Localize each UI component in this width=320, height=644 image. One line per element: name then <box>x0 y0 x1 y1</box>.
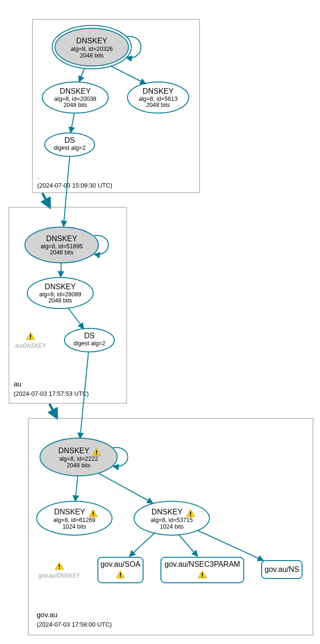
svg-text:gov.au/NS: gov.au/NS <box>264 565 299 573</box>
zone-govau-label: gov.au <box>37 611 57 619</box>
svg-text:alg=8, id=20326: alg=8, id=20326 <box>71 46 113 52</box>
edge-govzsk2-ns <box>198 530 264 561</box>
edge-auzsk-auds <box>68 308 84 329</box>
edge-govzsk2-nsec3 <box>179 535 198 556</box>
svg-text:alg=8, id=2222: alg=8, id=2222 <box>59 456 98 462</box>
zone-au-label: au <box>14 380 22 388</box>
node-gov-ns: gov.au/NS <box>262 561 302 579</box>
svg-text:DS: DS <box>84 332 95 340</box>
svg-text:gov.au/SOA: gov.au/SOA <box>100 560 140 568</box>
zone-au-timestamp: (2024-07-03 17:57:53 UTC) <box>14 390 89 397</box>
node-au-zsk: DNSKEY alg=8, id=28089 2048 bits <box>27 277 93 309</box>
edge-govksk-zsk2 <box>99 473 153 503</box>
svg-text:1024 bits: 1024 bits <box>160 523 184 530</box>
svg-text:DNSKEY: DNSKEY <box>54 508 85 516</box>
warning-icon <box>55 562 64 570</box>
svg-text:gov.au/NSEC3PARAM: gov.au/NSEC3PARAM <box>165 560 240 568</box>
au-dnskey-warning: au/DNSKEY <box>15 332 47 349</box>
node-gov-soa: gov.au/SOA <box>98 557 143 583</box>
svg-text:gov.au/DNSKEY: gov.au/DNSKEY <box>39 572 80 579</box>
svg-text:DNSKEY: DNSKEY <box>46 235 77 243</box>
svg-text:alg=8, id=51895: alg=8, id=51895 <box>40 243 83 250</box>
svg-text:DNSKEY: DNSKEY <box>76 37 107 45</box>
node-root-zsk-5613: DNSKEY alg=8, id=5613 2048 bits <box>128 82 189 113</box>
zone-root-timestamp: (2024-07-03 15:09:30 UTC) <box>37 182 112 189</box>
svg-text:DNSKEY: DNSKEY <box>58 447 89 455</box>
svg-text:2048 bits: 2048 bits <box>50 249 74 256</box>
svg-text:2048 bits: 2048 bits <box>67 462 91 469</box>
svg-text:alg=8, id=5613: alg=8, id=5613 <box>139 96 178 102</box>
svg-text:DNSKEY: DNSKEY <box>152 508 183 516</box>
svg-text:DNSKEY: DNSKEY <box>45 283 76 291</box>
node-gov-ksk: DNSKEY alg=8, id=2222 2048 bits <box>40 438 117 476</box>
edge-delegation-au-govau <box>49 404 57 418</box>
edge-auksk-auzsk <box>61 263 61 277</box>
edge-govzsk2-soa <box>129 532 155 556</box>
svg-text:DNSKEY: DNSKEY <box>143 87 174 95</box>
node-au-ksk: DNSKEY alg=8, id=51895 2048 bits <box>25 227 98 263</box>
svg-text:2048 bits: 2048 bits <box>146 102 170 108</box>
svg-text:au/DNSKEY: au/DNSKEY <box>15 342 47 349</box>
svg-text:DS: DS <box>64 136 75 144</box>
svg-text:2048 bits: 2048 bits <box>64 102 88 108</box>
svg-text:2048 bits: 2048 bits <box>48 297 72 304</box>
svg-text:digest alg=2: digest alg=2 <box>73 340 105 347</box>
svg-text:alg=8, id=20038: alg=8, id=20038 <box>54 96 96 102</box>
zone-govau-timestamp: (2024-07-03 17:58:00 UTC) <box>37 621 112 628</box>
warning-icon <box>26 332 35 340</box>
zone-root-label: . <box>37 172 39 180</box>
edge-rootksk-zsk1 <box>79 68 85 82</box>
edge-rootksk-zsk2 <box>111 66 146 84</box>
svg-text:DNSKEY: DNSKEY <box>60 87 91 95</box>
svg-text:alg=8, id=28089: alg=8, id=28089 <box>39 291 81 298</box>
node-au-ds: DS digest alg=2 <box>64 328 114 352</box>
node-root-ds: DS digest alg=2 <box>45 133 95 156</box>
svg-text:alg=8, id=61269: alg=8, id=61269 <box>53 517 96 523</box>
svg-text:alg=8, id=53715: alg=8, id=53715 <box>151 517 193 523</box>
govau-dnskey-warning: gov.au/DNSKEY <box>39 562 80 579</box>
edge-govksk-zsk1 <box>75 476 78 501</box>
edge-rootzsk1-ds <box>71 113 74 133</box>
svg-text:digest alg=2: digest alg=2 <box>54 145 86 151</box>
node-gov-nsec3param: gov.au/NSEC3PARAM <box>161 557 244 583</box>
node-gov-zsk-61269: DNSKEY alg=8, id=61269 1024 bits <box>37 501 112 535</box>
node-gov-zsk-53715: DNSKEY alg=8, id=53715 1024 bits <box>134 501 209 535</box>
svg-text:1024 bits: 1024 bits <box>63 523 87 530</box>
node-root-ksk: DNSKEY alg=8, id=20326 2048 bits <box>52 25 131 69</box>
edge-delegation-root-au <box>42 193 50 207</box>
node-root-zsk-20038: DNSKEY alg=8, id=20038 2048 bits <box>42 82 108 113</box>
svg-text:2048 bits: 2048 bits <box>80 52 104 59</box>
edge-rootds-auksk <box>64 156 70 227</box>
